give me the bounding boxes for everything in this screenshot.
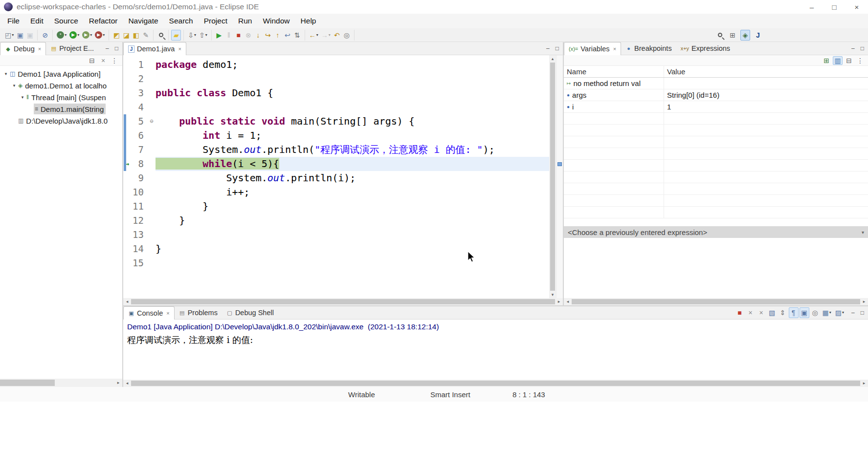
open-type-icon[interactable]: ◧ — [131, 30, 141, 41]
open-console-icon[interactable]: ▨▾ — [834, 307, 846, 318]
back-icon[interactable]: ←▾ — [308, 30, 320, 41]
view-menu-icon[interactable]: ⋮ — [110, 56, 119, 65]
open-task-icon[interactable]: ◪ — [121, 30, 131, 41]
maximize-view-icon[interactable]: □ — [861, 45, 864, 51]
maximize-view-icon[interactable]: □ — [115, 45, 118, 51]
expand-arrow-icon[interactable]: ▾ — [3, 71, 9, 76]
disconnect-icon[interactable]: ⊗ — [244, 30, 253, 41]
maximize-button[interactable]: □ — [823, 0, 846, 14]
display-console-icon[interactable]: ▦▾ — [821, 307, 833, 318]
code-line[interactable]: 12 } — [123, 214, 549, 228]
column-header-value[interactable]: Value — [664, 66, 868, 77]
menu-refactor[interactable]: Refactor — [84, 14, 123, 28]
dropdown-caret-icon[interactable]: ▾ — [842, 311, 844, 315]
terminate-icon[interactable]: ■ — [234, 30, 244, 41]
scrollbar-thumb[interactable] — [572, 299, 860, 304]
scroll-right-icon[interactable]: ▸ — [114, 381, 122, 385]
expand-arrow-icon[interactable]: ▾ — [11, 83, 17, 88]
expression-bar[interactable]: <Choose a previously entered expression>… — [564, 226, 868, 238]
code-line[interactable]: →8 while(i < 5){ — [123, 157, 549, 171]
scroll-left-icon[interactable]: ◂ — [123, 299, 131, 304]
show-type-names-icon[interactable]: ▥ — [833, 56, 843, 65]
tree-item[interactable]: ≡Demo1.main(String — [0, 103, 122, 115]
tree-item[interactable]: ▾‖Thread [main] (Suspen — [0, 91, 122, 103]
new-java-class-icon[interactable]: ◩ — [111, 30, 121, 41]
scroll-right-icon[interactable]: ▸ — [555, 299, 563, 304]
maximize-view-icon[interactable]: □ — [556, 45, 559, 51]
scroll-right-icon[interactable]: ▸ — [860, 381, 868, 385]
variable-row[interactable]: ↦no method return val — [564, 78, 868, 89]
code-line[interactable]: 3public class Demo1 { — [123, 86, 549, 100]
scrollbar-thumb[interactable] — [131, 381, 860, 386]
expand-arrow-icon[interactable]: ▾ — [20, 95, 25, 100]
use-step-filters-icon[interactable]: ⇅ — [292, 30, 302, 41]
debug-panel-hscrollbar[interactable]: ▸ — [0, 379, 122, 387]
scroll-up-icon[interactable]: ▴ — [549, 55, 556, 62]
next-annotation-icon[interactable]: ⇩▾ — [186, 30, 198, 41]
code-line[interactable]: 9 System.out.println(i); — [123, 171, 549, 185]
tab-debug-shell[interactable]: ▢Debug Shell — [222, 306, 278, 319]
code-line[interactable]: 4 — [123, 100, 549, 114]
dropdown-caret-icon[interactable]: ▾ — [329, 33, 331, 37]
variable-row[interactable]: ●i1 — [564, 101, 868, 113]
scrollbar-thumb[interactable] — [550, 63, 555, 291]
resume-icon[interactable]: ▶ — [214, 30, 224, 41]
quick-search-icon[interactable] — [715, 30, 725, 41]
menu-file[interactable]: File — [2, 14, 25, 28]
column-header-name[interactable]: Name — [564, 66, 664, 77]
dropdown-caret-icon[interactable]: ▾ — [103, 33, 105, 37]
step-return-icon[interactable]: ↑ — [273, 30, 283, 41]
coverage-icon[interactable]: ▶▾ — [81, 30, 93, 41]
drop-to-frame-icon[interactable]: ↩ — [283, 30, 292, 41]
minimize-view-icon[interactable]: – — [851, 310, 855, 316]
dropdown-caret-icon[interactable]: ▾ — [829, 311, 831, 315]
previous-annotation-icon[interactable]: ⇧▾ — [198, 30, 209, 41]
fold-collapse-icon[interactable]: ⊖ — [148, 114, 156, 128]
vars-hscrollbar[interactable]: ◂ ▸ — [564, 298, 868, 305]
tab-console[interactable]: ▣Console× — [123, 306, 175, 320]
menu-edit[interactable]: Edit — [25, 14, 49, 28]
current-line-marker[interactable] — [557, 162, 562, 166]
minimize-view-icon[interactable]: – — [851, 45, 855, 51]
search-icon[interactable] — [156, 30, 166, 41]
tab-expressions[interactable]: x+yExpressions — [676, 42, 734, 55]
mark-occurrences-icon[interactable]: ▰ — [171, 30, 181, 41]
run-icon[interactable]: ▶▾ — [68, 30, 81, 41]
dropdown-caret-icon[interactable]: ▾ — [90, 33, 92, 37]
close-tab-icon[interactable]: × — [613, 46, 616, 52]
console-hscrollbar[interactable]: ◂ ▸ — [123, 380, 868, 387]
pin-editor-icon[interactable]: ◎ — [342, 30, 352, 41]
suspend-icon[interactable]: ‖ — [224, 30, 234, 41]
terminate-console-icon[interactable]: ■ — [735, 307, 745, 318]
menu-help[interactable]: Help — [295, 14, 322, 28]
show-stdout-icon[interactable]: ▣ — [800, 307, 809, 318]
tree-item[interactable]: ▥D:\Develop\Java\jdk1.8.0 — [0, 115, 122, 127]
view-menu-icon[interactable]: ⋮ — [855, 56, 865, 65]
code-lines[interactable]: 1package demo1;23public class Demo1 {45⊖… — [123, 55, 549, 298]
tree-item[interactable]: ▾◈demo1.Demo1 at localho — [0, 80, 122, 91]
collapse-all-icon[interactable]: ⊟ — [844, 56, 854, 65]
step-into-icon[interactable]: ↓ — [253, 30, 263, 41]
dropdown-caret-icon[interactable]: ▾ — [194, 33, 196, 37]
scroll-right-icon[interactable]: ▸ — [860, 299, 868, 304]
tab-breakpoints[interactable]: ●Breakpoints — [621, 42, 676, 55]
remove-all-launches-icon[interactable]: × — [757, 307, 766, 318]
scroll-left-icon[interactable]: ◂ — [564, 299, 572, 304]
remove-all-terminated-icon[interactable]: × — [98, 56, 108, 65]
menu-search[interactable]: Search — [164, 14, 199, 28]
editor-vscrollbar[interactable]: ▴ ▾ — [549, 55, 556, 298]
code-line[interactable]: 6 int i = 1; — [123, 128, 549, 143]
console-output-area[interactable]: Demo1 [Java Application] D:\Develop\Java… — [123, 320, 868, 380]
dropdown-caret-icon[interactable]: ▾ — [316, 33, 318, 37]
scroll-lock-icon[interactable]: ⇕ — [778, 307, 788, 318]
dropdown-caret-icon[interactable]: ▾ — [65, 33, 67, 37]
last-edit-location-icon[interactable]: ↶ — [332, 30, 342, 41]
tree-item[interactable]: ▾◫Demo1 [Java Application] — [0, 68, 122, 80]
editor-hscrollbar[interactable]: ◂ ▸ — [123, 298, 563, 305]
annotate-icon[interactable]: ✎ — [141, 30, 151, 41]
new-wizard-icon[interactable]: ◰▾ — [3, 30, 15, 41]
show-logical-structures-icon[interactable]: ⊞ — [822, 56, 831, 65]
step-over-icon[interactable]: ↪ — [263, 30, 273, 41]
code-line[interactable]: 5⊖ public static void main(String[] args… — [123, 114, 549, 128]
code-line[interactable]: 2 — [123, 72, 549, 86]
